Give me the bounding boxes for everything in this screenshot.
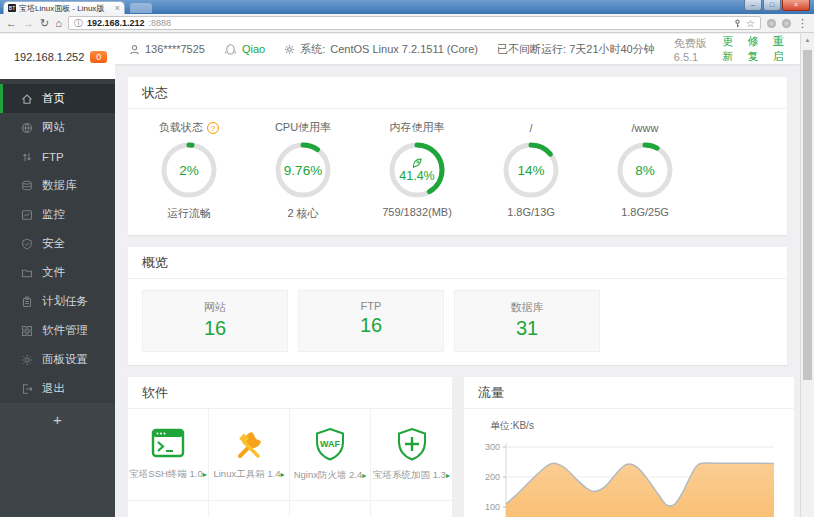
grid-icon xyxy=(21,325,33,337)
chart-monitor-icon xyxy=(21,209,33,221)
overview-card: 概览 网站 16 FTP 16 数据库 31 xyxy=(128,247,787,365)
gauge-disk-root: / 14% 1.8G/13G xyxy=(474,119,588,221)
browser-menu-icon[interactable]: ⋮ xyxy=(797,18,808,29)
qq-icon xyxy=(224,43,237,55)
window-close-button[interactable]: × xyxy=(782,0,810,11)
version-text: 免费版 6.5.1 xyxy=(674,36,710,63)
plugin-key-icon[interactable] xyxy=(733,19,742,28)
restart-link[interactable]: 重启 xyxy=(773,34,786,64)
tools-icon xyxy=(232,428,266,460)
url-host: 192.168.1.212 xyxy=(87,18,145,28)
server-ip: 192.168.1.252 xyxy=(14,51,84,63)
update-link[interactable]: 更新 xyxy=(722,34,735,64)
add-shortcut-button[interactable]: + xyxy=(53,412,62,517)
help-icon[interactable]: ? xyxy=(207,122,219,134)
bt-panel-page: 192.168.1.252 0 首页 网站 FTP 数据库 监控 xyxy=(0,34,814,517)
app-empty-cell xyxy=(371,501,452,517)
panel-topbar: 136****7525 Qiao 系统: CentOS Linux 7.2.15… xyxy=(115,34,800,64)
folder-icon xyxy=(21,267,33,279)
sidebar-item-database[interactable]: 数据库 xyxy=(0,171,115,200)
open-arrow-icon: ▸ xyxy=(281,470,285,479)
app-gray-window[interactable] xyxy=(209,501,290,517)
sidebar-item-files[interactable]: 文件 xyxy=(0,258,115,287)
app-system-hardening[interactable]: 宝塔系统加固 1.3▸ xyxy=(371,409,452,501)
sidebar-item-ftp[interactable]: FTP xyxy=(0,142,115,171)
qq-contact[interactable]: Qiao xyxy=(224,43,265,55)
logout-icon xyxy=(21,383,33,395)
cpu-donut: 9.76% xyxy=(274,141,332,199)
gauge-disk-www: /www 8% 1.8G/25G xyxy=(588,119,702,221)
tab-close-icon[interactable]: × xyxy=(115,3,120,13)
site-favicon: BT xyxy=(8,4,16,12)
sidebar-item-app-store[interactable]: 软件管理 xyxy=(0,316,115,345)
reload-icon[interactable]: ↻ xyxy=(40,18,49,29)
terminal-icon xyxy=(150,428,186,460)
repair-link[interactable]: 修复 xyxy=(747,34,760,64)
disk-www-donut: 8% xyxy=(616,141,674,199)
waf-shield-icon: WAF xyxy=(312,427,348,461)
main-content: 状态 负载状态? 2% 运行流畅 CPU使用率 9.76% xyxy=(115,64,800,517)
window-minimize-button[interactable]: – xyxy=(744,0,762,11)
load-donut: 2% xyxy=(160,141,218,199)
url-port: :8888 xyxy=(148,18,171,28)
sidebar-item-home[interactable]: 首页 xyxy=(0,84,115,113)
software-card-title: 软件 xyxy=(128,377,452,409)
uptime-text: 已不间断运行: 7天21小时40分钟 xyxy=(497,42,655,57)
overview-card-title: 概览 xyxy=(128,247,787,279)
url-bar[interactable]: ⓘ 192.168.1.212 :8888 ☆ xyxy=(68,16,761,30)
forward-icon[interactable]: → xyxy=(23,18,34,29)
gear-icon xyxy=(284,44,295,55)
overview-databases[interactable]: 数据库 31 xyxy=(454,290,600,352)
open-arrow-icon: ▸ xyxy=(446,471,450,480)
software-card: 软件 宝塔SSH终端 1.0▸ xyxy=(128,377,452,517)
svg-text:WAF: WAF xyxy=(320,439,340,449)
disk-root-donut: 14% xyxy=(502,141,560,199)
tab-title: 宝塔Linux面板 - Linux版 xyxy=(19,3,112,14)
page-scrollbar[interactable]: ▲ xyxy=(800,34,814,517)
browser-tab[interactable]: BT 宝塔Linux面板 - Linux版 × xyxy=(3,1,125,14)
chart-unit-label: 单位:KB/s xyxy=(490,419,782,433)
bookmark-star-icon[interactable]: ☆ xyxy=(746,18,755,29)
overview-websites[interactable]: 网站 16 xyxy=(142,290,288,352)
home-icon[interactable]: ⌂ xyxy=(55,18,62,29)
new-tab-button[interactable] xyxy=(130,3,152,13)
clipboard-icon xyxy=(21,296,33,308)
app-nginx-firewall[interactable]: WAF Nginx防火墙 2.4▸ xyxy=(290,409,371,501)
rocket-icon xyxy=(411,157,423,169)
app-empty-cell xyxy=(290,501,371,517)
traffic-area-chart: 100200300 xyxy=(476,433,782,517)
shield-plus-icon xyxy=(394,427,430,461)
gauge-cpu: CPU使用率 9.76% 2 核心 xyxy=(246,119,360,221)
back-icon[interactable]: ← xyxy=(6,18,17,29)
svg-text:100: 100 xyxy=(485,502,500,512)
scrollbar-thumb[interactable] xyxy=(803,50,812,380)
status-card-title: 状态 xyxy=(128,77,787,109)
status-card: 状态 负载状态? 2% 运行流畅 CPU使用率 9.76% xyxy=(128,77,787,235)
app-linux-toolbox[interactable]: Linux工具箱 1.4▸ xyxy=(209,409,290,501)
sidebar-item-settings[interactable]: 面板设置 xyxy=(0,345,115,374)
svg-text:300: 300 xyxy=(485,442,500,452)
app-blue-circle[interactable] xyxy=(128,501,209,517)
extension-icon[interactable] xyxy=(767,19,776,28)
server-row[interactable]: 192.168.1.252 0 xyxy=(0,34,115,79)
app-ssh-terminal[interactable]: 宝塔SSH终端 1.0▸ xyxy=(128,409,209,501)
database-icon xyxy=(21,180,33,192)
sidebar-item-monitor[interactable]: 监控 xyxy=(0,200,115,229)
sidebar-item-cron[interactable]: 计划任务 xyxy=(0,287,115,316)
window-titlebar: BT 宝塔Linux面板 - Linux版 × – □ × xyxy=(0,0,814,14)
open-arrow-icon: ▸ xyxy=(362,471,366,480)
sidebar-menu: 首页 网站 FTP 数据库 监控 安全 xyxy=(0,79,115,403)
page-info-icon[interactable]: ⓘ xyxy=(74,17,83,30)
window-maximize-button[interactable]: □ xyxy=(763,0,781,11)
sidebar-item-security[interactable]: 安全 xyxy=(0,229,115,258)
overview-ftp[interactable]: FTP 16 xyxy=(298,290,444,352)
scrollbar-up-icon[interactable]: ▲ xyxy=(801,34,814,43)
traffic-card: 流量 单位:KB/s 100200300 xyxy=(464,377,794,517)
extension-icon[interactable] xyxy=(782,19,791,28)
system-info: 系统: CentOS Linux 7.2.1511 (Core) xyxy=(284,42,478,57)
sidebar-item-website[interactable]: 网站 xyxy=(0,113,115,142)
gauge-load: 负载状态? 2% 运行流畅 xyxy=(132,119,246,221)
account-phone[interactable]: 136****7525 xyxy=(129,43,205,55)
sidebar-item-logout[interactable]: 退出 xyxy=(0,374,115,403)
open-arrow-icon: ▸ xyxy=(203,470,207,479)
